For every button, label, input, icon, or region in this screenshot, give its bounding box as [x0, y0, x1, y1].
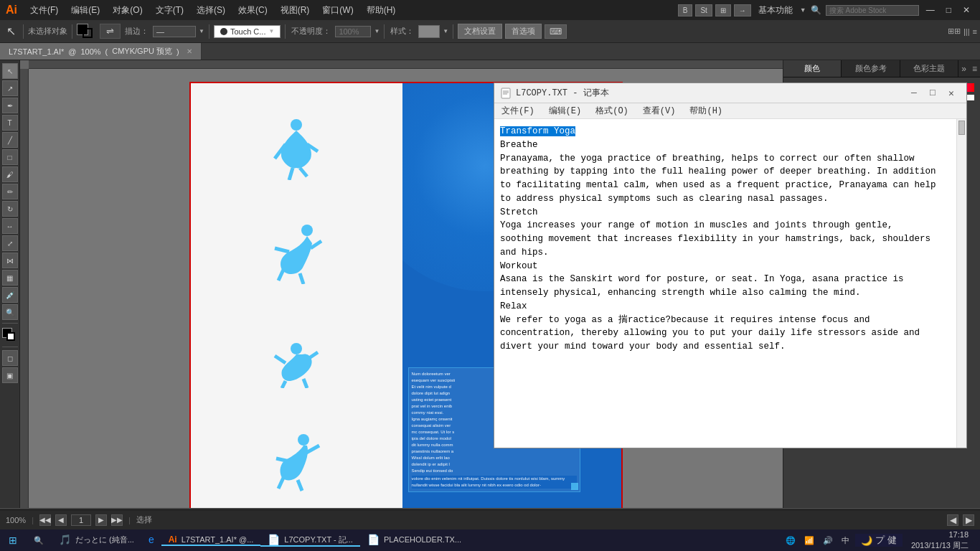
selection-tool-icon[interactable]: ↖	[3, 24, 19, 39]
svg-point-0	[291, 119, 302, 131]
zoom-next-btn[interactable]: ▶	[963, 514, 974, 526]
opacity-input[interactable]	[335, 26, 371, 37]
svg-line-14	[303, 379, 307, 388]
canvas-left-panel	[191, 83, 402, 508]
text-box-handle[interactable]	[571, 483, 578, 490]
tab-close-button[interactable]: ✕	[187, 47, 192, 55]
wifi-icon[interactable]: 📶	[801, 536, 817, 545]
taskbar-app-placeholder[interactable]: 📄 PLACEHOLDER.TX...	[360, 534, 468, 547]
notepad-scrollbar[interactable]	[956, 119, 966, 448]
menu-window[interactable]: 窗口(W)	[316, 3, 359, 18]
scale-tool[interactable]: ⤢	[2, 235, 18, 251]
pen-tool[interactable]: ✒	[2, 98, 18, 113]
window-maximize[interactable]: □	[942, 4, 956, 17]
direct-select-tool[interactable]: ↗	[2, 80, 18, 96]
type-tool[interactable]: T	[2, 115, 18, 131]
stroke-color-box[interactable]	[83, 28, 93, 38]
panel-icon[interactable]: |||	[963, 27, 970, 36]
tool-divider2	[2, 347, 18, 347]
menu-view[interactable]: 视图(R)	[275, 3, 316, 18]
menu-effect[interactable]: 效果(C)	[232, 3, 273, 18]
gradient-tool[interactable]: ▦	[2, 270, 18, 286]
start-button[interactable]: ⊞	[0, 529, 26, 551]
taskbar-app-illustrator[interactable]: Ai L7START_1.AI* @...	[161, 534, 261, 546]
line-tool[interactable]: ╱	[2, 132, 18, 148]
doc-settings-button[interactable]: 文档设置	[458, 24, 502, 39]
menu-file[interactable]: 文件(F)	[24, 3, 64, 18]
zoom-tool[interactable]: 🔍	[2, 304, 18, 320]
screen-mode-icon[interactable]: ▣	[2, 367, 18, 383]
taskbar-search-btn[interactable]: 🔍	[26, 529, 52, 551]
document-tab[interactable]: L7START_1.AI* @ 100% ( CMYK/GPU 预览 ) ✕	[0, 43, 202, 60]
select-tool[interactable]: ↖	[2, 63, 18, 79]
menu-edit[interactable]: 编辑(E)	[65, 3, 105, 18]
color-tab[interactable]: 颜色	[783, 60, 842, 77]
np-menu-edit[interactable]: 编辑(E)	[542, 103, 589, 118]
stroke-arrows-btn[interactable]: ⇌	[100, 24, 121, 39]
color-ref-tab[interactable]: 颜色参考	[842, 60, 900, 77]
tab-zoom-value: 100%	[80, 47, 100, 56]
page-number-input[interactable]	[71, 514, 91, 526]
ime-icon[interactable]: 中	[839, 535, 852, 546]
scrollbar-thumb[interactable]	[958, 121, 965, 135]
grid-icon[interactable]: ⊞	[715, 4, 731, 17]
color-indicator[interactable]	[2, 328, 18, 342]
np-menu-help[interactable]: 帮助(H)	[682, 103, 730, 118]
notepad-text-area[interactable]: Transform Yoga Breathe Pranayama, the yo…	[494, 119, 956, 448]
taskbar-app-notepad[interactable]: 📄 L7COPY.TXT - 記...	[260, 534, 360, 547]
prev-btn[interactable]: ◀	[55, 514, 67, 526]
notepad-minimize-btn[interactable]: —	[905, 83, 923, 103]
workspace-label[interactable]: 基本功能	[754, 3, 797, 18]
stock-search-input[interactable]	[826, 5, 919, 16]
status-bar: 100% | ◀◀ ◀ ▶ ▶▶ | 选择 ◀ ▶	[0, 509, 980, 529]
arrow-icon[interactable]: →	[734, 4, 751, 17]
divider2	[72, 24, 72, 39]
notepad-maximize-btn[interactable]: □	[923, 83, 942, 103]
system-clock[interactable]: 17:18 2013/11/13 周二	[905, 529, 974, 551]
ime-mode-display[interactable]: 🌙 プ 健	[855, 534, 903, 547]
extra-btn[interactable]: ⌨	[545, 24, 567, 39]
prev-page-btn[interactable]: ◀◀	[39, 514, 51, 526]
rect-tool[interactable]: □	[2, 149, 18, 165]
np-menu-format[interactable]: 格式(O)	[588, 103, 636, 118]
menu-object[interactable]: 对象(O)	[107, 3, 148, 18]
blend-tool[interactable]: ⋈	[2, 253, 18, 268]
menu-help[interactable]: 帮助(H)	[361, 3, 402, 18]
panel-menu-btn[interactable]: ≡	[969, 60, 980, 77]
np-menu-view[interactable]: 查看(V)	[636, 103, 683, 118]
color-theme-tab[interactable]: 色彩主题	[900, 60, 958, 77]
paintbrush-tool[interactable]: 🖌	[2, 166, 18, 182]
grid-layout-icon[interactable]: ⊞⊞	[948, 27, 961, 36]
taskbar-app-ie[interactable]: e	[141, 534, 161, 547]
style-preview[interactable]	[418, 25, 440, 38]
reflect-tool[interactable]: ↔	[2, 218, 18, 234]
tab-colormode: CMYK/GPU 预览	[112, 46, 172, 57]
np-menu-file[interactable]: 文件(F)	[494, 103, 542, 118]
rotate-tool[interactable]: ↻	[2, 201, 18, 217]
volume-icon[interactable]: 🔊	[820, 536, 836, 545]
window-minimize[interactable]: —	[922, 4, 939, 17]
next-page-btn[interactable]: ▶▶	[111, 514, 123, 526]
svg-line-16	[276, 458, 289, 461]
menu-text[interactable]: 文字(T)	[150, 3, 189, 18]
pencil-tool[interactable]: ✏	[2, 184, 18, 199]
preferences-button[interactable]: 首选项	[505, 24, 542, 39]
notepad-close-btn[interactable]: ✕	[942, 83, 961, 103]
eyedropper-tool[interactable]: 💉	[2, 287, 18, 303]
zoom-prev-btn[interactable]: ◀	[947, 514, 958, 526]
menu-select[interactable]: 选择(S)	[191, 3, 231, 18]
touch-brush-button[interactable]: Touch C... ▼	[214, 25, 281, 38]
stock-icon[interactable]: St	[695, 4, 712, 17]
bridge-icon[interactable]: B	[678, 4, 693, 17]
network-icon[interactable]: 🌐	[783, 536, 798, 545]
stroke-input[interactable]	[153, 26, 196, 37]
left-ruler	[20, 69, 29, 508]
panel-expand-btn[interactable]: »	[958, 60, 969, 77]
draw-mode-icon[interactable]: ◻	[2, 350, 18, 366]
next-btn[interactable]: ▶	[95, 514, 107, 526]
menu-extra-icon[interactable]: ≡	[973, 27, 977, 36]
notepad-titlebar: L7COPY.TXT - 记事本 — □ ✕	[494, 83, 966, 103]
zoom-controls: 100%	[6, 516, 26, 524]
window-close[interactable]: ✕	[958, 4, 974, 17]
taskbar-app-music[interactable]: 🎵 だっとに (純音...	[52, 534, 141, 547]
